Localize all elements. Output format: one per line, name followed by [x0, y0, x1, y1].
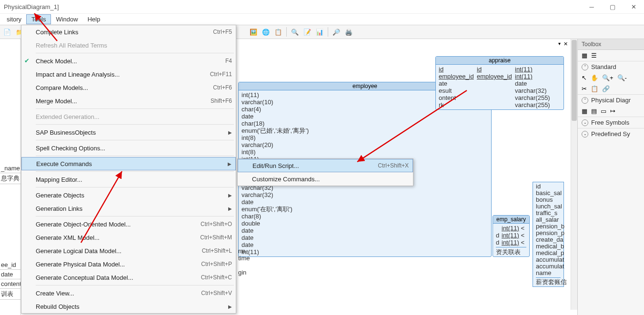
table-icon[interactable]: ▦: [582, 108, 587, 115]
left-panel: _name 息字典 ee_id date content 训表: [0, 39, 21, 315]
toolbox-row: ✂ 📋 🔗: [578, 83, 644, 94]
left-label: 息字典: [0, 173, 20, 184]
left-label: _name: [0, 164, 20, 173]
toolbar-icon[interactable]: 🔎: [331, 27, 342, 37]
chevron-down-icon[interactable]: ▾: [558, 41, 561, 47]
toolbar-icon[interactable]: 🖼️: [248, 27, 259, 37]
print-icon[interactable]: 🖨️: [343, 27, 354, 37]
zoom-out-icon[interactable]: 🔍-: [617, 74, 627, 81]
maximize-button[interactable]: ▢: [602, 0, 623, 13]
toolbox-cat-free[interactable]: ⌄Free Symbols: [578, 117, 644, 128]
toolbar-icon[interactable]: 🌐: [261, 27, 271, 37]
menu-item[interactable]: Compare Models...Ctrl+F6: [21, 81, 236, 94]
svg-line-2: [357, 90, 467, 162]
left-label: 训表: [0, 289, 20, 300]
annotation-arrow: [29, 8, 67, 46]
annotation-arrow: [343, 86, 476, 171]
svg-line-1: [81, 171, 122, 243]
table-title: appraise: [436, 57, 564, 65]
table-title: emp_salary: [493, 216, 529, 224]
table-body: idbasic_salbonuslunch_saltraffic_sall_sa…: [533, 182, 564, 286]
toolbar-icon[interactable]: 📄: [2, 27, 12, 37]
menu-item[interactable]: Rebuild Objects▶: [21, 300, 236, 313]
toolbar-icon[interactable]: 📊: [314, 27, 325, 37]
left-label: date: [0, 270, 20, 279]
view-icon[interactable]: ▤: [591, 108, 597, 115]
toolbox-cat-standard[interactable]: ⌃Standard: [578, 61, 644, 72]
left-label: content: [0, 279, 20, 289]
scroll-thumb[interactable]: [572, 40, 577, 121]
toolbox-cat-predef[interactable]: ⌄Predefined Sy: [578, 128, 644, 139]
toolbox-cat-physical[interactable]: ⌃Physical Diagr: [578, 94, 644, 106]
toolbar-icon[interactable]: 🔍: [290, 27, 300, 37]
relation-icon[interactable]: ↦: [610, 108, 615, 115]
pane-controls: ▾ ✕: [558, 41, 568, 47]
svg-line-0: [34, 13, 57, 41]
menu-item[interactable]: Spell Checking Options...: [21, 141, 236, 155]
toolbox-title: Toolbox: [578, 39, 644, 50]
table-body: int(11) <dint(11) <dint(11) <资关联表: [493, 224, 529, 256]
menu-item[interactable]: SAP BusinessObjects▶: [21, 126, 236, 139]
window-controls: ─ ▢ ✕: [581, 0, 644, 13]
close-button[interactable]: ✕: [623, 0, 644, 13]
annotation-arrow: [76, 162, 162, 247]
table-emp-salary[interactable]: emp_salary int(11) <dint(11) <dint(11) <…: [493, 215, 530, 257]
copy-icon[interactable]: 📋: [591, 85, 598, 92]
toolbox-panel: Toolbox ▦ ☰ ⌃Standard ↖ ✋ 🔍+ 🔍- ✂ 📋 🔗 ⌃P…: [577, 39, 644, 315]
menu-item[interactable]: Impact and Lineage Analysis...Ctrl+F11: [21, 68, 236, 81]
vertical-scrollbar[interactable]: [571, 39, 577, 310]
toolbar-icon[interactable]: 📋: [273, 27, 283, 37]
hand-icon[interactable]: ✋: [591, 74, 598, 81]
toolbox-row: ↖ ✋ 🔍+ 🔍-: [578, 72, 644, 83]
toolbar-icon[interactable]: 📝: [302, 27, 312, 37]
menu-help[interactable]: Help: [83, 15, 105, 24]
list-icon[interactable]: ☰: [591, 52, 597, 59]
menu-item: Extended Generation...: [21, 110, 236, 123]
cut-icon[interactable]: ✂: [582, 85, 587, 92]
menu-repository[interactable]: sitory: [2, 15, 26, 24]
title-bar: PhysicalDiagram_1]: [0, 0, 644, 13]
toolbox-mode-row: ▦ ☰: [578, 50, 644, 61]
menu-item[interactable]: Merge Model...Shift+F6: [21, 94, 236, 108]
zoom-in-icon[interactable]: 🔍+: [602, 74, 614, 81]
menu-item[interactable]: Generate Physical Data Model...Ctrl+Shif…: [21, 257, 236, 271]
minimize-button[interactable]: ─: [581, 0, 602, 13]
ref-icon[interactable]: ▭: [601, 108, 606, 115]
link-icon[interactable]: 🔗: [602, 85, 610, 92]
grid-icon[interactable]: ▦: [582, 52, 587, 59]
table-salary-detail[interactable]: idbasic_salbonuslunch_saltraffic_sall_sa…: [533, 182, 564, 287]
left-label: ee_id: [0, 260, 20, 270]
toolbox-row: ▦ ▤ ▭ ↦: [578, 106, 644, 117]
close-icon[interactable]: ✕: [564, 41, 568, 47]
submenu-item[interactable]: Customize Commands...: [238, 172, 413, 186]
pointer-icon[interactable]: ↖: [582, 74, 587, 81]
employee-left-fragments: rm time gin: [238, 247, 250, 276]
menu-item[interactable]: ✔Check Model...F4: [21, 54, 236, 68]
menu-bar: sitory Tools Window Help: [0, 13, 644, 25]
menu-item[interactable]: Create View...Ctrl+Shift+V: [21, 286, 236, 300]
menu-item[interactable]: Generate Conceptual Data Model...Ctrl+Sh…: [21, 271, 236, 284]
